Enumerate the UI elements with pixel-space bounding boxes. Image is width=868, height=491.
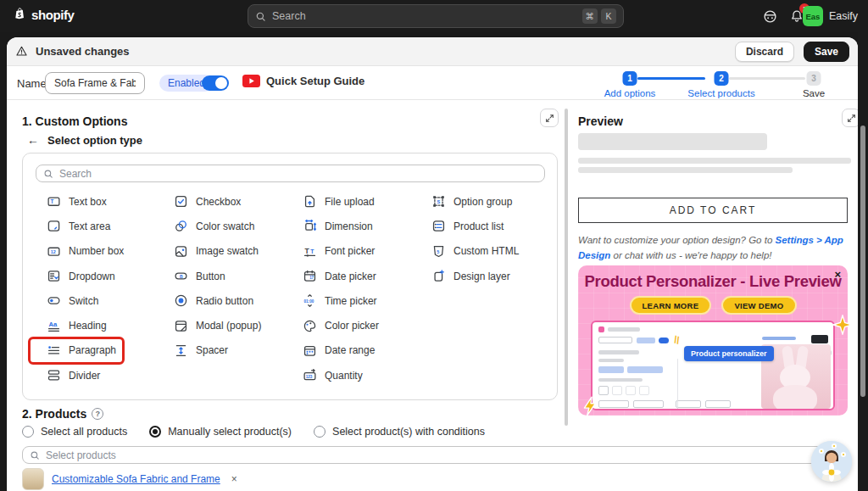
warning-icon [15,45,28,58]
option-type-label: Paragraph [69,344,116,356]
shopify-bag-icon [12,7,27,22]
learn-more-button[interactable]: LEARN MORE [630,296,712,315]
option-type-product-list[interactable]: Product list [431,214,504,238]
shopify-top-bar: shopify Search ⌘ K 1 Eas Easify [0,0,868,32]
preview-skeleton-line [578,167,793,173]
radio-select-all-products[interactable]: Select all products [22,426,127,438]
product-personalizer-pill: Product personalizer [684,346,774,361]
unsaved-changes-label: Unsaved changes [36,45,130,58]
step-badge-select-products[interactable]: 2 [715,71,729,86]
add-to-cart-button[interactable]: ADD TO CART [578,198,848,223]
expand-preview-button[interactable] [842,109,858,127]
support-chat-icon[interactable] [760,6,780,26]
store-menu[interactable]: Eas Easify [801,4,860,28]
select-option-type-label: Select option type [47,134,142,147]
scrollbar-thumb[interactable] [860,126,865,397]
store-name: Easify [829,10,858,22]
option-type-quantity[interactable]: 123Quantity [303,363,363,388]
option-set-name-field[interactable] [45,72,145,94]
option-type-color-swatch[interactable]: Color swatch [174,214,254,238]
step-label-select-products[interactable]: Select products [687,88,754,98]
modal-popup-icon [174,319,188,333]
quick-setup-guide-link[interactable]: Quick Setup Guide [242,75,364,87]
color-swatch-icon [174,219,188,233]
option-type-file-upload[interactable]: File upload [303,189,375,214]
view-demo-button[interactable]: VIEW DEMO [721,296,796,315]
option-type-date-range[interactable]: Date range [303,338,375,363]
option-type-number-box[interactable]: 12Number box [47,239,124,264]
expand-options-button[interactable] [540,109,559,127]
svg-text:S: S [437,199,441,204]
option-type-paragraph[interactable]: Paragraph [47,338,116,363]
option-search-placeholder: Search [59,168,92,180]
radio-select-product-s-with-conditions[interactable]: Select product(s) with conditions [314,426,485,438]
option-type-label: Design layer [453,271,510,282]
svg-text:B: B [180,274,183,279]
option-type-spacer[interactable]: Spacer [174,338,228,363]
name-label: Name [17,77,47,90]
option-type-label: Date picker [325,271,376,282]
option-type-search-input[interactable]: Search [36,165,545,182]
radio-manually-select-product-s[interactable]: Manually select product(s) [149,426,292,438]
option-type-radio-button[interactable]: Radio button [174,288,253,313]
stepper-connector [637,77,705,80]
option-type-option-group[interactable]: SOption group [431,189,512,214]
svg-text:12: 12 [51,249,56,254]
global-search-input[interactable]: Search ⌘ K [248,4,624,28]
panel-divider [565,109,568,426]
option-type-image-swatch[interactable]: Image swatch [174,239,259,264]
option-type-text-area[interactable]: Text area [47,214,110,238]
selected-product-link[interactable]: Customizable Sofa Fabric and Frame [52,473,220,485]
time-picker-icon: 01:00 [303,293,317,308]
option-type-color-picker[interactable]: Color picker [303,313,379,338]
expand-icon [847,114,856,123]
step-label-save[interactable]: Save [803,88,825,98]
enabled-toggle[interactable] [202,75,229,91]
option-type-design-layer[interactable]: Design layer [431,264,510,288]
shopify-logo[interactable]: shopify [12,7,75,22]
product-selection-radio-group: Select all productsManually select produ… [22,426,485,438]
button-icon: B [174,269,188,283]
option-type-button[interactable]: BButton [174,264,225,288]
svg-text:01:00: 01:00 [304,299,314,304]
option-type-text-box[interactable]: TText box [47,189,107,214]
option-type-label: Option group [453,196,512,208]
step-badge-save[interactable]: 3 [807,71,821,86]
shortcut-keys: ⌘ K [582,8,617,24]
search-icon [30,450,40,460]
option-type-font-picker[interactable]: TTFont picker [303,239,375,264]
back-to-option-type[interactable]: ← Select option type [27,133,142,147]
select-products-input[interactable]: Select products [22,446,849,464]
support-agent-avatar[interactable] [811,441,852,482]
option-type-label: Dimension [325,220,373,232]
svg-text:T: T [304,246,309,254]
option-type-dropdown[interactable]: Dropdown [47,264,115,288]
image-swatch-icon [174,244,188,259]
option-type-date-picker[interactable]: 17Date picker [303,264,376,288]
remove-product-icon[interactable]: × [228,473,241,485]
design-layer-icon [431,269,446,283]
option-type-label: Modal (popup) [196,320,261,332]
discard-button[interactable]: Discard [735,42,794,62]
option-type-time-picker[interactable]: 01:00Time picker [303,288,377,313]
select-products-placeholder: Select products [46,449,116,461]
option-type-heading[interactable]: AaHeading [47,313,107,338]
option-type-divider[interactable]: Divider [47,363,100,388]
step-label-add-options[interactable]: Add options [604,88,656,98]
option-type-modal-popup[interactable]: Modal (popup) [174,313,261,338]
option-type-checkbox[interactable]: Checkbox [174,189,241,214]
option-type-label: Radio button [196,295,253,307]
option-column: TText boxText area12Number boxDropdownSw… [47,189,124,388]
save-button[interactable]: Save [804,42,849,62]
option-type-custom-html[interactable]: 5Custom HTML [431,239,519,264]
step-badge-add-options[interactable]: 1 [623,71,637,86]
page-scrollbar [858,32,868,491]
banner-title: Product Personalizer - Live Preview [578,272,848,291]
dimension-icon [303,219,317,233]
option-type-switch[interactable]: Switch [47,288,98,313]
option-type-dimension[interactable]: Dimension [303,214,373,238]
option-type-label: Spacer [196,344,228,356]
help-icon[interactable]: ? [92,408,103,420]
option-type-label: Text area [69,220,110,232]
app-main-card: Unsaved changes Discard Save Name Enable… [7,37,858,491]
